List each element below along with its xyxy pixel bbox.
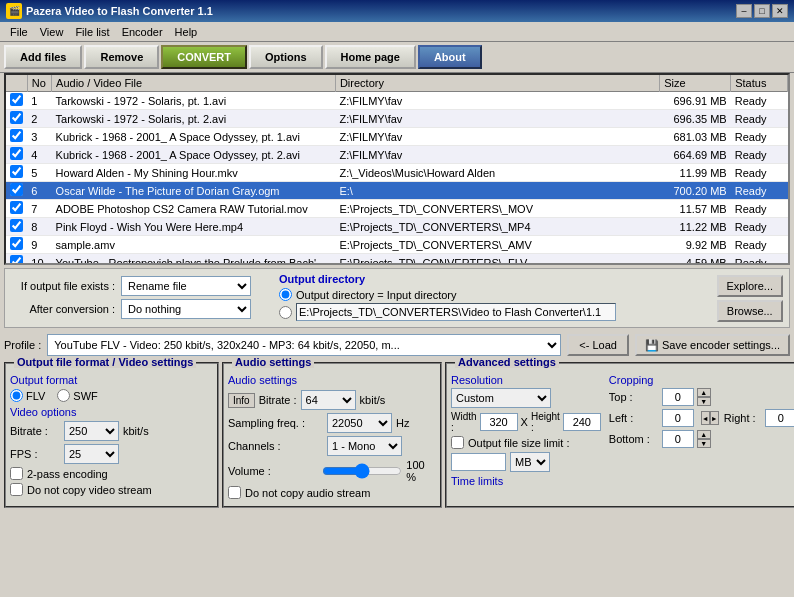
- remove-button[interactable]: Remove: [84, 45, 159, 69]
- resolution-section-label: Resolution: [451, 374, 601, 386]
- bottom-row: Bottom : ▲ ▼: [609, 430, 794, 448]
- after-conversion-select[interactable]: Do nothing Shutdown Hibernate Exit: [121, 299, 251, 319]
- bitrate-select[interactable]: 250128512: [64, 421, 119, 441]
- about-button[interactable]: About: [418, 45, 482, 69]
- fps-select[interactable]: 251530: [64, 444, 119, 464]
- menu-file-list[interactable]: File list: [69, 24, 115, 40]
- row-checkbox[interactable]: [10, 93, 23, 106]
- file-limit-input[interactable]: [451, 453, 506, 471]
- menu-bar: File View File list Encoder Help: [0, 22, 794, 42]
- radio-custom-dir[interactable]: [279, 306, 292, 319]
- nocopy-audio-checkbox[interactable]: [228, 486, 241, 499]
- advanced-panel-title: Advanced settings: [455, 356, 559, 368]
- radio-input-dir-row: Output directory = Input directory: [279, 288, 709, 301]
- col-header-no: No: [27, 75, 51, 92]
- bottom-input[interactable]: [662, 430, 694, 448]
- row-checkbox[interactable]: [10, 201, 23, 214]
- bitrate-unit: kbit/s: [123, 425, 149, 437]
- resolution-select[interactable]: Custom320x240640x480: [451, 388, 551, 408]
- twopass-checkbox[interactable]: [10, 467, 23, 480]
- top-input[interactable]: [662, 388, 694, 406]
- left-right-row: Left : ◄ ► Right : ◄ ►: [609, 409, 794, 427]
- sampling-select[interactable]: 220504410011025: [327, 413, 392, 433]
- left-input[interactable]: [662, 409, 694, 427]
- row-checkbox[interactable]: [10, 183, 23, 196]
- radio-input-dir[interactable]: [279, 288, 292, 301]
- audio-bitrate-unit: kbit/s: [360, 394, 386, 406]
- minimize-button[interactable]: –: [736, 4, 752, 18]
- row-size: 696.91 MB: [660, 92, 731, 110]
- menu-view[interactable]: View: [34, 24, 70, 40]
- add-files-button[interactable]: Add files: [4, 45, 82, 69]
- row-checkbox[interactable]: [10, 129, 23, 142]
- flv-radio-label[interactable]: FLV: [10, 389, 45, 402]
- table-row: 9 sample.amv E:\Projects_TD\_CONVERTERS\…: [6, 236, 788, 254]
- nocopy-video-checkbox[interactable]: [10, 483, 23, 496]
- top-up-btn[interactable]: ▲: [697, 388, 711, 397]
- advanced-panel: Advanced settings Resolution Custom320x2…: [445, 362, 794, 508]
- volume-label: Volume :: [228, 465, 318, 477]
- explore-button[interactable]: Explore...: [717, 275, 783, 297]
- row-dir: E:\Projects_TD\_CONVERTERS\_MOV: [335, 200, 659, 218]
- custom-dir-input[interactable]: [296, 303, 616, 321]
- video-options-label: Video options: [10, 406, 213, 418]
- height-input[interactable]: [563, 413, 601, 431]
- save-encoder-button[interactable]: 💾 Save encoder settings...: [635, 334, 790, 356]
- menu-encoder[interactable]: Encoder: [116, 24, 169, 40]
- audio-bitrate-select[interactable]: 64128192: [301, 390, 356, 410]
- row-dir: Z:\FILMY\fav: [335, 128, 659, 146]
- profile-select[interactable]: YouTube FLV - Video: 250 kbit/s, 320x240…: [47, 334, 561, 356]
- convert-button[interactable]: CONVERT: [161, 45, 247, 69]
- right-input[interactable]: [765, 409, 794, 427]
- info-button[interactable]: Info: [228, 393, 255, 408]
- output-file-select[interactable]: Rename file Overwrite Skip Ask: [121, 276, 251, 296]
- left-btn[interactable]: ◄: [701, 411, 710, 425]
- swf-radio[interactable]: [57, 389, 70, 402]
- row-name: sample.amv: [52, 236, 336, 254]
- file-limit-row: Output file size limit :: [451, 436, 601, 449]
- row-name: Tarkowski - 1972 - Solaris, pt. 1.avi: [52, 92, 336, 110]
- flv-radio[interactable]: [10, 389, 23, 402]
- row-checkbox[interactable]: [10, 255, 23, 265]
- close-button[interactable]: ✕: [772, 4, 788, 18]
- top-down-btn[interactable]: ▼: [697, 397, 711, 406]
- top-label: Top :: [609, 391, 659, 403]
- right-btn[interactable]: ►: [710, 411, 719, 425]
- volume-slider[interactable]: [322, 463, 402, 479]
- menu-help[interactable]: Help: [169, 24, 204, 40]
- file-limit-checkbox[interactable]: [451, 436, 464, 449]
- row-no: 2: [27, 110, 51, 128]
- row-checkbox[interactable]: [10, 111, 23, 124]
- table-row: 6 Oscar Wilde - The Picture of Dorian Gr…: [6, 182, 788, 200]
- row-checkbox[interactable]: [10, 219, 23, 232]
- width-input[interactable]: [480, 413, 518, 431]
- browse-button[interactable]: Browse...: [717, 300, 783, 322]
- menu-file[interactable]: File: [4, 24, 34, 40]
- channels-select[interactable]: 1 - Mono2 - Stereo: [327, 436, 402, 456]
- options-button[interactable]: Options: [249, 45, 323, 69]
- swf-radio-label[interactable]: SWF: [57, 389, 97, 402]
- row-status: Ready: [731, 254, 788, 266]
- bottom-down-btn[interactable]: ▼: [697, 439, 711, 448]
- row-no: 3: [27, 128, 51, 146]
- output-file-label: If output file exists :: [11, 280, 121, 292]
- bottom-up-btn[interactable]: ▲: [697, 430, 711, 439]
- home-page-button[interactable]: Home page: [325, 45, 416, 69]
- channels-row: Channels : 1 - Mono2 - Stereo: [228, 436, 436, 456]
- options-left: If output file exists : Rename file Over…: [11, 273, 271, 322]
- top-row: Top : ▲ ▼: [609, 388, 794, 406]
- sampling-label: Sampling freq. :: [228, 417, 323, 429]
- row-checkbox[interactable]: [10, 237, 23, 250]
- audio-bitrate-row: Info Bitrate : 64128192 kbit/s: [228, 390, 436, 410]
- row-checkbox[interactable]: [10, 165, 23, 178]
- window-title: Pazera Video to Flash Converter 1.1: [26, 5, 213, 17]
- row-checkbox-cell: [6, 182, 27, 200]
- row-status: Ready: [731, 164, 788, 182]
- row-name: Pink Floyd - Wish You Were Here.mp4: [52, 218, 336, 236]
- table-row: 1 Tarkowski - 1972 - Solaris, pt. 1.avi …: [6, 92, 788, 110]
- maximize-button[interactable]: □: [754, 4, 770, 18]
- load-button[interactable]: <- Load: [567, 334, 629, 356]
- mb-select[interactable]: MBKB: [510, 452, 550, 472]
- col-header-status: Status: [731, 75, 788, 92]
- row-checkbox[interactable]: [10, 147, 23, 160]
